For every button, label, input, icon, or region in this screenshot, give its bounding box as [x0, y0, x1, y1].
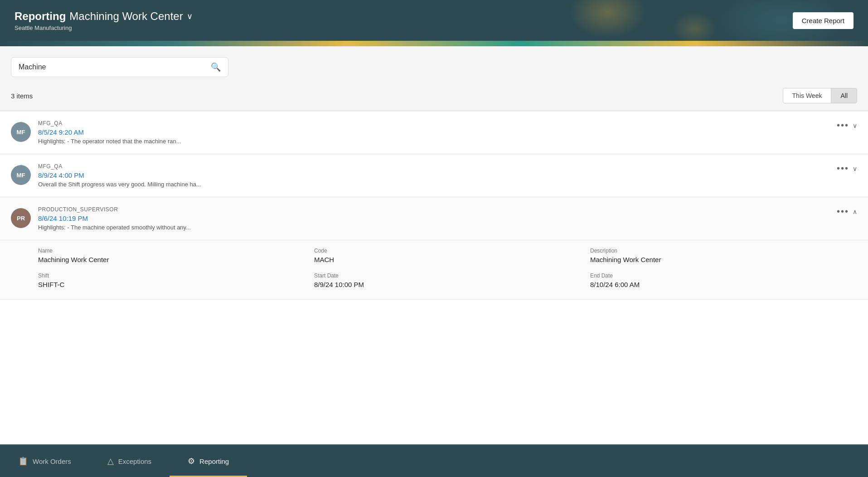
description-label: Description [590, 248, 857, 254]
start-date-value: 8/9/24 10:00 PM [314, 281, 581, 288]
filter-all-button[interactable]: All [831, 88, 857, 103]
report-actions: ••• ∧ [829, 206, 857, 217]
end-date-value: 8/10/24 6:00 AM [590, 281, 857, 288]
report-list: MF MFG_QA 8/5/24 9:20 AM Highlights: - T… [0, 111, 868, 444]
items-count: 3 items [11, 92, 33, 100]
code-label: Code [314, 248, 581, 254]
report-info: MFG_QA 8/5/24 9:20 AM Highlights: - The … [38, 120, 829, 145]
more-options-icon[interactable]: ••• [837, 120, 849, 131]
search-box: 🔍 [11, 57, 228, 77]
report-category: PRODUCTION_SUPERVISOR [38, 206, 829, 213]
search-input[interactable] [19, 63, 207, 71]
description-value: Machining Work Center [590, 256, 857, 263]
main-content: 🔍 3 items This Week All MF MFG_QA 8/5/24… [0, 46, 868, 444]
items-header: 3 items This Week All [0, 84, 868, 111]
work-orders-icon: 📋 [18, 456, 28, 466]
name-label: Name [38, 248, 305, 254]
report-preview: Highlights: - The machine operated smoot… [38, 224, 829, 231]
report-detail: Name Machining Work Center Code MACH Des… [0, 240, 868, 300]
detail-name-field: Name Machining Work Center [38, 248, 305, 263]
work-orders-label: Work Orders [33, 458, 71, 465]
code-value: MACH [314, 256, 581, 263]
header-dropdown-icon[interactable]: ∨ [187, 11, 193, 21]
header-left: Reporting Machining Work Center ∨ Seattl… [15, 10, 193, 31]
header-title-bold: Reporting [15, 10, 66, 23]
shift-value: SHIFT-C [38, 281, 305, 288]
sidebar-item-exceptions[interactable]: △ Exceptions [89, 445, 170, 477]
detail-end-date-field: End Date 8/10/24 6:00 AM [590, 273, 857, 288]
report-info: PRODUCTION_SUPERVISOR 8/6/24 10:19 PM Hi… [38, 206, 829, 231]
avatar: MF [11, 165, 31, 185]
more-options-icon[interactable]: ••• [837, 206, 849, 217]
header-title: Reporting Machining Work Center ∨ [15, 10, 193, 23]
table-row: MF MFG_QA 8/9/24 4:00 PM Overall the Shi… [0, 154, 868, 197]
search-area: 🔍 [0, 46, 868, 84]
table-row: PR PRODUCTION_SUPERVISOR 8/6/24 10:19 PM… [0, 197, 868, 240]
bottom-nav: 📋 Work Orders △ Exceptions ⚙ Reporting [0, 444, 868, 477]
collapse-icon[interactable]: ∨ [853, 122, 857, 129]
reporting-label: Reporting [199, 458, 229, 465]
detail-code-field: Code MACH [314, 248, 581, 263]
detail-description-field: Description Machining Work Center [590, 248, 857, 263]
report-info: MFG_QA 8/9/24 4:00 PM Overall the Shift … [38, 163, 829, 188]
header-title-normal: Machining Work Center [69, 10, 183, 23]
report-category: MFG_QA [38, 120, 829, 127]
report-date[interactable]: 8/9/24 4:00 PM [38, 171, 829, 179]
header: Reporting Machining Work Center ∨ Seattl… [0, 0, 868, 41]
expand-icon[interactable]: ∧ [853, 208, 857, 215]
report-date[interactable]: 8/6/24 10:19 PM [38, 214, 829, 222]
report-actions: ••• ∨ [829, 163, 857, 174]
avatar: PR [11, 208, 31, 228]
shift-label: Shift [38, 273, 305, 279]
filter-this-week-button[interactable]: This Week [783, 88, 832, 103]
sidebar-item-reporting[interactable]: ⚙ Reporting [170, 445, 247, 477]
create-report-button[interactable]: Create Report [793, 12, 853, 29]
banner-strip [0, 41, 868, 46]
detail-start-date-field: Start Date 8/9/24 10:00 PM [314, 273, 581, 288]
exceptions-icon: △ [107, 456, 114, 466]
exceptions-label: Exceptions [118, 458, 151, 465]
name-value: Machining Work Center [38, 256, 305, 263]
collapse-icon[interactable]: ∨ [853, 165, 857, 172]
detail-shift-field: Shift SHIFT-C [38, 273, 305, 288]
avatar: MF [11, 122, 31, 142]
filter-buttons: This Week All [783, 88, 857, 103]
start-date-label: Start Date [314, 273, 581, 279]
report-preview: Overall the Shift progress was very good… [38, 181, 829, 188]
report-category: MFG_QA [38, 163, 829, 170]
header-subtitle: Seattle Manufacturing [15, 24, 193, 31]
sidebar-item-work-orders[interactable]: 📋 Work Orders [0, 445, 89, 477]
reporting-icon: ⚙ [188, 456, 195, 466]
report-date[interactable]: 8/5/24 9:20 AM [38, 128, 829, 136]
end-date-label: End Date [590, 273, 857, 279]
table-row: MF MFG_QA 8/5/24 9:20 AM Highlights: - T… [0, 111, 868, 154]
report-actions: ••• ∨ [829, 120, 857, 131]
report-preview: Highlights: - The operator noted that th… [38, 138, 829, 145]
more-options-icon[interactable]: ••• [837, 163, 849, 174]
search-icon[interactable]: 🔍 [211, 62, 221, 72]
